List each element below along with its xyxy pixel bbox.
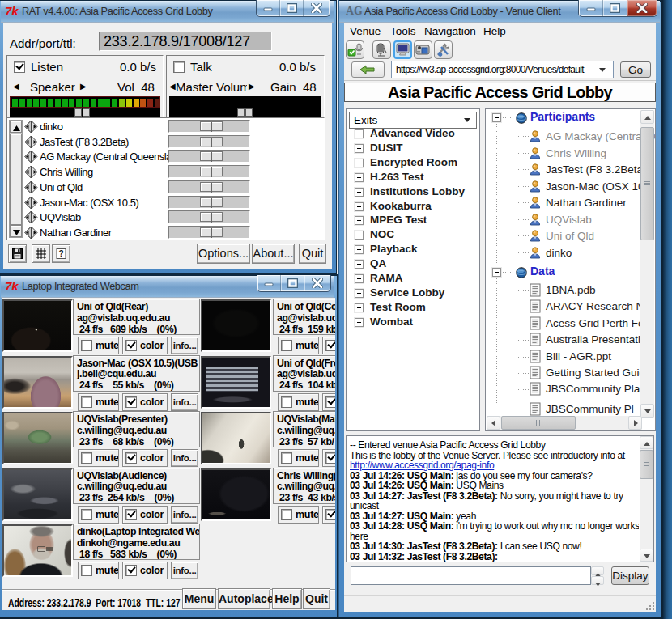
svg-text:?: ? [58,249,63,258]
